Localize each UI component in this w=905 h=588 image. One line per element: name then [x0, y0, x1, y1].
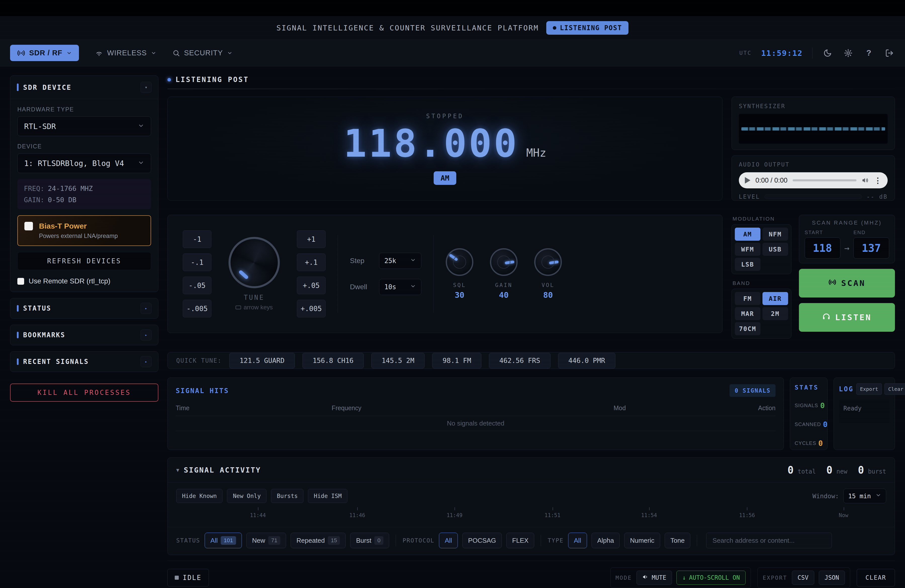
gear-icon[interactable] — [843, 48, 854, 59]
scan-end-input[interactable]: 137 — [853, 237, 889, 259]
protocol-pocsag-button[interactable]: POCSAG — [462, 533, 502, 548]
export-json-button[interactable]: JSON — [819, 571, 845, 585]
tune-down-01-button[interactable]: -.1 — [183, 254, 211, 271]
export-csv-button[interactable]: CSV — [792, 571, 814, 585]
band-mar-button[interactable]: MAR — [735, 307, 761, 320]
tab-security[interactable]: SECURITY — [173, 49, 233, 57]
protocol-all-button[interactable]: All — [439, 533, 458, 548]
tune-knob[interactable] — [229, 237, 280, 288]
new-only-button[interactable]: New Only — [227, 489, 267, 503]
help-icon[interactable]: ? — [863, 48, 874, 59]
remote-sdr-checkbox[interactable] — [17, 278, 24, 285]
page-title: LISTENING POST — [175, 75, 249, 84]
gain-knob[interactable] — [490, 248, 518, 276]
scan-start-input[interactable]: 118 — [805, 237, 840, 259]
hide-ism-button[interactable]: Hide ISM — [308, 489, 348, 503]
mute-button[interactable]: MUTE — [637, 571, 672, 585]
signal-hits-footer-space — [176, 431, 776, 443]
type-numeric-button[interactable]: Numeric — [624, 533, 660, 548]
protocol-flex-button[interactable]: FLEX — [506, 533, 534, 548]
tab-wireless[interactable]: WIRELESS — [95, 49, 156, 57]
expand-toggle-icon[interactable]: ▸ — [141, 329, 152, 340]
utc-clock: 11:59:12 — [761, 49, 803, 57]
tab-sdr-rf[interactable]: SDR / RF — [10, 45, 79, 61]
volume-knob[interactable] — [534, 248, 562, 276]
band-air-button[interactable]: AIR — [762, 292, 788, 305]
volume-icon[interactable] — [862, 176, 869, 184]
preset-pmr-button[interactable]: 446.0 PMR — [558, 353, 615, 369]
idle-status: IDLE — [167, 569, 209, 586]
squelch-knob[interactable] — [446, 248, 473, 276]
kebab-menu-icon[interactable]: ⋮ — [874, 176, 882, 185]
modulation-nfm-button[interactable]: NFM — [762, 227, 788, 241]
type-tone-button[interactable]: Tone — [665, 533, 690, 548]
status-new-button[interactable]: New 71 — [246, 533, 286, 548]
status-burst-button[interactable]: Burst 0 — [350, 533, 389, 548]
bias-t-checkbox[interactable] — [24, 222, 33, 230]
audio-knobs: SQL 30 GAIN 40 VOL 80 — [446, 248, 562, 300]
play-icon[interactable] — [745, 177, 750, 184]
collapse-toggle-icon[interactable]: ▾ — [141, 82, 152, 93]
broadcast-icon — [828, 278, 837, 288]
expand-toggle-icon[interactable]: ▸ — [141, 303, 152, 314]
audio-player[interactable]: 0:00 / 0:00 ⋮ — [739, 172, 888, 188]
preset-ch16-button[interactable]: 156.8 CH16 — [302, 353, 364, 369]
refresh-devices-button[interactable]: REFRESH DEVICES — [17, 252, 151, 270]
auto-scroll-button[interactable]: ↓ AUTO-SCROLL ON — [676, 571, 746, 585]
recent-signals-panel[interactable]: RECENT SIGNALS ▸ — [10, 351, 158, 372]
modulation-lsb-button[interactable]: LSB — [735, 258, 761, 271]
type-all-button[interactable]: All — [568, 533, 587, 548]
band-2m-button[interactable]: 2M — [762, 307, 788, 320]
band-fm-button[interactable]: FM — [735, 292, 761, 305]
signal-activity-header[interactable]: ▼ SIGNAL ACTIVITY 0 total 0 new 0 burst — [168, 458, 895, 483]
clear-button[interactable]: CLEAR — [857, 569, 895, 586]
kill-all-processes-button[interactable]: KILL ALL PROCESSES — [10, 383, 158, 402]
moon-icon[interactable] — [822, 48, 833, 59]
gain-range-value: 0-50 DB — [48, 196, 76, 204]
preset-frs-button[interactable]: 462.56 FRS — [489, 353, 551, 369]
logout-icon[interactable] — [884, 48, 895, 59]
listen-button[interactable]: LISTEN — [799, 303, 895, 332]
bookmarks-panel[interactable]: BOOKMARKS ▸ — [10, 325, 158, 345]
band-70cm-button[interactable]: 70CM — [735, 322, 761, 335]
speaker-icon — [642, 574, 649, 582]
status-repeated-button[interactable]: Repeated 15 — [291, 533, 346, 548]
tune-up-buttons: +1 +.1 +.05 +.005 — [297, 230, 325, 317]
preset-2m-button[interactable]: 145.5 2M — [371, 353, 425, 369]
hide-known-button[interactable]: Hide Known — [176, 489, 222, 503]
tune-up-1-button[interactable]: +1 — [297, 230, 325, 248]
bias-t-box[interactable]: Bias-T Power Powers external LNA/preamp — [17, 215, 151, 246]
search-input[interactable] — [706, 533, 832, 548]
log-export-button[interactable]: Export — [856, 383, 882, 395]
preset-fm-button[interactable]: 98.1 FM — [432, 353, 481, 369]
stat-cycles-row: CYCLES 0 — [795, 439, 823, 448]
tune-down-005-button[interactable]: -.05 — [183, 277, 211, 294]
log-clear-button[interactable]: Clear — [884, 383, 905, 395]
window-select[interactable]: 15 min — [843, 489, 886, 503]
modulation-usb-button[interactable]: USB — [762, 243, 788, 256]
preset-guard-button[interactable]: 121.5 GUARD — [229, 353, 295, 369]
step-select[interactable]: 25k — [379, 253, 421, 269]
scan-button[interactable]: SCAN — [799, 269, 895, 297]
status-all-button[interactable]: All 101 — [205, 533, 242, 548]
tune-down-0005-button[interactable]: -.005 — [183, 300, 211, 317]
knob-indicator — [505, 260, 514, 264]
tune-up-0005-button[interactable]: +.005 — [297, 300, 325, 317]
squelch-label: SQL — [453, 282, 466, 288]
tune-up-005-button[interactable]: +.05 — [297, 277, 325, 294]
device-select[interactable]: 1: RTLSDRBlog, Blog V4 — [17, 153, 151, 173]
hardware-type-select[interactable]: RTL-SDR — [17, 116, 151, 136]
modulation-am-button[interactable]: AM — [735, 227, 761, 241]
mode-badge[interactable]: AM — [433, 171, 457, 185]
type-alpha-button[interactable]: Alpha — [592, 533, 620, 548]
player-progress-bar[interactable] — [792, 179, 856, 181]
dwell-select[interactable]: 10s — [379, 279, 421, 295]
tune-up-01-button[interactable]: +.1 — [297, 254, 325, 271]
tune-knob-hint: arrow keys — [235, 304, 273, 311]
modulation-wfm-button[interactable]: WFM — [735, 243, 761, 256]
tune-down-1-button[interactable]: -1 — [183, 230, 211, 248]
expand-toggle-icon[interactable]: ▸ — [141, 356, 152, 367]
status-panel[interactable]: STATUS ▸ — [10, 298, 158, 319]
remote-sdr-row[interactable]: Use Remote SDR (rtl_tcp) — [17, 277, 151, 285]
bursts-button[interactable]: Bursts — [271, 489, 303, 503]
